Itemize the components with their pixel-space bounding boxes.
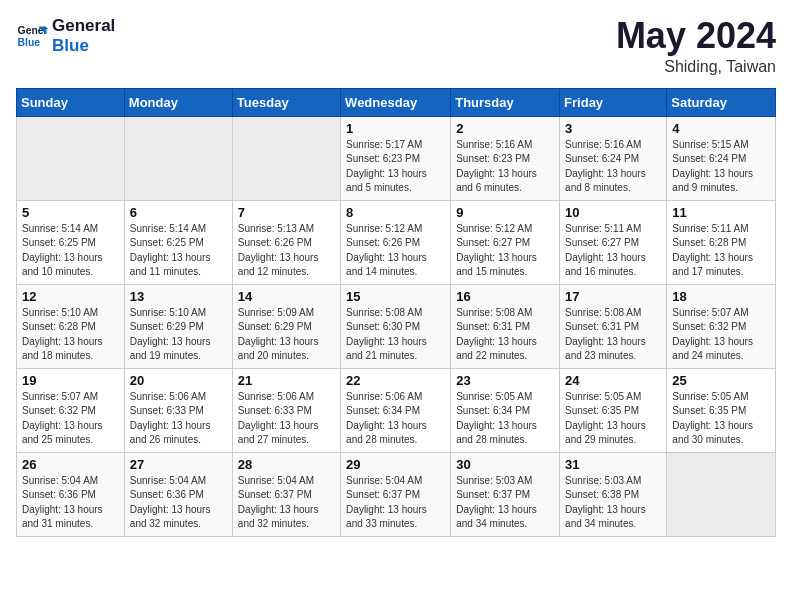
day-number: 9: [456, 205, 554, 220]
calendar-cell: 19Sunrise: 5:07 AM Sunset: 6:32 PM Dayli…: [17, 368, 125, 452]
day-number: 13: [130, 289, 227, 304]
day-info: Sunrise: 5:07 AM Sunset: 6:32 PM Dayligh…: [22, 390, 119, 448]
day-number: 2: [456, 121, 554, 136]
calendar-cell: 25Sunrise: 5:05 AM Sunset: 6:35 PM Dayli…: [667, 368, 776, 452]
calendar-table: SundayMondayTuesdayWednesdayThursdayFrid…: [16, 88, 776, 537]
day-info: Sunrise: 5:06 AM Sunset: 6:33 PM Dayligh…: [238, 390, 335, 448]
day-info: Sunrise: 5:05 AM Sunset: 6:35 PM Dayligh…: [672, 390, 770, 448]
day-info: Sunrise: 5:16 AM Sunset: 6:23 PM Dayligh…: [456, 138, 554, 196]
day-info: Sunrise: 5:15 AM Sunset: 6:24 PM Dayligh…: [672, 138, 770, 196]
day-info: Sunrise: 5:05 AM Sunset: 6:34 PM Dayligh…: [456, 390, 554, 448]
calendar-cell: 6Sunrise: 5:14 AM Sunset: 6:25 PM Daylig…: [124, 200, 232, 284]
title-block: May 2024 Shiding, Taiwan: [616, 16, 776, 76]
day-number: 10: [565, 205, 661, 220]
day-number: 12: [22, 289, 119, 304]
calendar-cell: [124, 116, 232, 200]
day-info: Sunrise: 5:06 AM Sunset: 6:34 PM Dayligh…: [346, 390, 445, 448]
calendar-cell: 22Sunrise: 5:06 AM Sunset: 6:34 PM Dayli…: [341, 368, 451, 452]
day-info: Sunrise: 5:14 AM Sunset: 6:25 PM Dayligh…: [22, 222, 119, 280]
day-number: 15: [346, 289, 445, 304]
calendar-cell: 29Sunrise: 5:04 AM Sunset: 6:37 PM Dayli…: [341, 452, 451, 536]
logo-icon: General Blue: [16, 20, 48, 52]
day-number: 31: [565, 457, 661, 472]
day-info: Sunrise: 5:03 AM Sunset: 6:38 PM Dayligh…: [565, 474, 661, 532]
weekday-header-tuesday: Tuesday: [232, 88, 340, 116]
header: General Blue General Blue May 2024 Shidi…: [16, 16, 776, 76]
day-number: 6: [130, 205, 227, 220]
calendar-cell: 23Sunrise: 5:05 AM Sunset: 6:34 PM Dayli…: [451, 368, 560, 452]
calendar-cell: 27Sunrise: 5:04 AM Sunset: 6:36 PM Dayli…: [124, 452, 232, 536]
day-info: Sunrise: 5:12 AM Sunset: 6:27 PM Dayligh…: [456, 222, 554, 280]
day-number: 24: [565, 373, 661, 388]
calendar-cell: [17, 116, 125, 200]
day-info: Sunrise: 5:06 AM Sunset: 6:33 PM Dayligh…: [130, 390, 227, 448]
day-number: 17: [565, 289, 661, 304]
calendar-week-4: 19Sunrise: 5:07 AM Sunset: 6:32 PM Dayli…: [17, 368, 776, 452]
calendar-cell: 14Sunrise: 5:09 AM Sunset: 6:29 PM Dayli…: [232, 284, 340, 368]
calendar-cell: 10Sunrise: 5:11 AM Sunset: 6:27 PM Dayli…: [560, 200, 667, 284]
weekday-header-wednesday: Wednesday: [341, 88, 451, 116]
calendar-cell: 7Sunrise: 5:13 AM Sunset: 6:26 PM Daylig…: [232, 200, 340, 284]
day-info: Sunrise: 5:04 AM Sunset: 6:36 PM Dayligh…: [130, 474, 227, 532]
day-number: 11: [672, 205, 770, 220]
day-number: 5: [22, 205, 119, 220]
calendar-cell: 12Sunrise: 5:10 AM Sunset: 6:28 PM Dayli…: [17, 284, 125, 368]
calendar-cell: 31Sunrise: 5:03 AM Sunset: 6:38 PM Dayli…: [560, 452, 667, 536]
day-info: Sunrise: 5:04 AM Sunset: 6:37 PM Dayligh…: [346, 474, 445, 532]
page: General Blue General Blue May 2024 Shidi…: [0, 0, 792, 553]
day-number: 16: [456, 289, 554, 304]
calendar-cell: 1Sunrise: 5:17 AM Sunset: 6:23 PM Daylig…: [341, 116, 451, 200]
day-info: Sunrise: 5:10 AM Sunset: 6:29 PM Dayligh…: [130, 306, 227, 364]
logo-text: General Blue: [52, 16, 115, 55]
calendar-cell: 20Sunrise: 5:06 AM Sunset: 6:33 PM Dayli…: [124, 368, 232, 452]
calendar-week-3: 12Sunrise: 5:10 AM Sunset: 6:28 PM Dayli…: [17, 284, 776, 368]
day-number: 19: [22, 373, 119, 388]
calendar-cell: [232, 116, 340, 200]
weekday-header-thursday: Thursday: [451, 88, 560, 116]
day-number: 14: [238, 289, 335, 304]
calendar-cell: 8Sunrise: 5:12 AM Sunset: 6:26 PM Daylig…: [341, 200, 451, 284]
day-info: Sunrise: 5:03 AM Sunset: 6:37 PM Dayligh…: [456, 474, 554, 532]
calendar-week-5: 26Sunrise: 5:04 AM Sunset: 6:36 PM Dayli…: [17, 452, 776, 536]
day-info: Sunrise: 5:17 AM Sunset: 6:23 PM Dayligh…: [346, 138, 445, 196]
day-number: 22: [346, 373, 445, 388]
day-info: Sunrise: 5:13 AM Sunset: 6:26 PM Dayligh…: [238, 222, 335, 280]
day-info: Sunrise: 5:07 AM Sunset: 6:32 PM Dayligh…: [672, 306, 770, 364]
calendar-cell: 4Sunrise: 5:15 AM Sunset: 6:24 PM Daylig…: [667, 116, 776, 200]
weekday-header-saturday: Saturday: [667, 88, 776, 116]
day-info: Sunrise: 5:10 AM Sunset: 6:28 PM Dayligh…: [22, 306, 119, 364]
day-number: 26: [22, 457, 119, 472]
calendar-cell: 26Sunrise: 5:04 AM Sunset: 6:36 PM Dayli…: [17, 452, 125, 536]
day-number: 3: [565, 121, 661, 136]
day-number: 30: [456, 457, 554, 472]
day-number: 1: [346, 121, 445, 136]
day-info: Sunrise: 5:11 AM Sunset: 6:27 PM Dayligh…: [565, 222, 661, 280]
calendar-cell: 24Sunrise: 5:05 AM Sunset: 6:35 PM Dayli…: [560, 368, 667, 452]
day-info: Sunrise: 5:16 AM Sunset: 6:24 PM Dayligh…: [565, 138, 661, 196]
day-number: 21: [238, 373, 335, 388]
calendar-cell: 3Sunrise: 5:16 AM Sunset: 6:24 PM Daylig…: [560, 116, 667, 200]
calendar-cell: 28Sunrise: 5:04 AM Sunset: 6:37 PM Dayli…: [232, 452, 340, 536]
calendar-cell: 18Sunrise: 5:07 AM Sunset: 6:32 PM Dayli…: [667, 284, 776, 368]
calendar-cell: 17Sunrise: 5:08 AM Sunset: 6:31 PM Dayli…: [560, 284, 667, 368]
calendar-cell: 9Sunrise: 5:12 AM Sunset: 6:27 PM Daylig…: [451, 200, 560, 284]
day-number: 4: [672, 121, 770, 136]
calendar-week-1: 1Sunrise: 5:17 AM Sunset: 6:23 PM Daylig…: [17, 116, 776, 200]
day-info: Sunrise: 5:08 AM Sunset: 6:31 PM Dayligh…: [565, 306, 661, 364]
day-info: Sunrise: 5:04 AM Sunset: 6:37 PM Dayligh…: [238, 474, 335, 532]
day-info: Sunrise: 5:04 AM Sunset: 6:36 PM Dayligh…: [22, 474, 119, 532]
weekday-header-sunday: Sunday: [17, 88, 125, 116]
calendar-cell: 15Sunrise: 5:08 AM Sunset: 6:30 PM Dayli…: [341, 284, 451, 368]
day-info: Sunrise: 5:12 AM Sunset: 6:26 PM Dayligh…: [346, 222, 445, 280]
day-number: 25: [672, 373, 770, 388]
calendar-cell: 16Sunrise: 5:08 AM Sunset: 6:31 PM Dayli…: [451, 284, 560, 368]
day-info: Sunrise: 5:08 AM Sunset: 6:31 PM Dayligh…: [456, 306, 554, 364]
day-info: Sunrise: 5:11 AM Sunset: 6:28 PM Dayligh…: [672, 222, 770, 280]
svg-text:Blue: Blue: [18, 36, 41, 47]
day-number: 18: [672, 289, 770, 304]
calendar-cell: 2Sunrise: 5:16 AM Sunset: 6:23 PM Daylig…: [451, 116, 560, 200]
day-number: 7: [238, 205, 335, 220]
day-number: 23: [456, 373, 554, 388]
calendar-week-2: 5Sunrise: 5:14 AM Sunset: 6:25 PM Daylig…: [17, 200, 776, 284]
day-info: Sunrise: 5:14 AM Sunset: 6:25 PM Dayligh…: [130, 222, 227, 280]
